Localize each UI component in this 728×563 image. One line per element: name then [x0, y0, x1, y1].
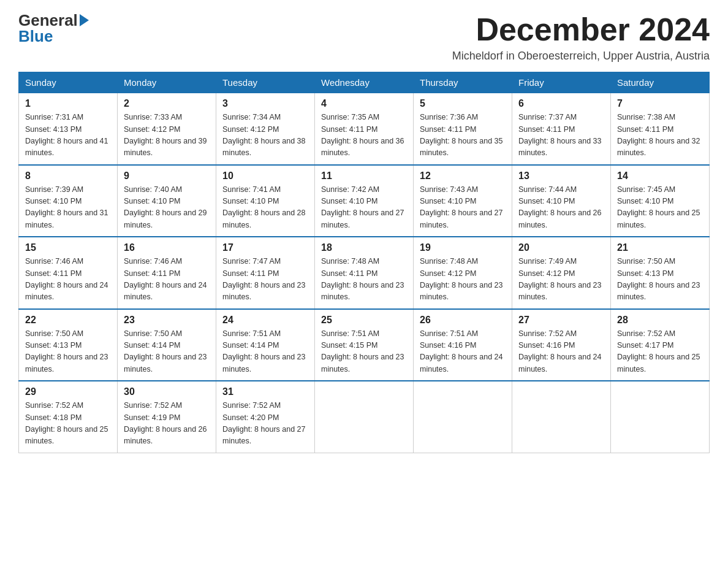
- day-info: Sunrise: 7:41 AMSunset: 4:10 PMDaylight:…: [222, 184, 308, 232]
- calendar-cell: 11Sunrise: 7:42 AMSunset: 4:10 PMDayligh…: [315, 165, 414, 237]
- day-info: Sunrise: 7:52 AMSunset: 4:16 PMDaylight:…: [518, 328, 604, 376]
- calendar-cell: 15Sunrise: 7:46 AMSunset: 4:11 PMDayligh…: [19, 237, 118, 309]
- weekday-header-monday: Monday: [118, 72, 216, 93]
- calendar-cell: 6Sunrise: 7:37 AMSunset: 4:11 PMDaylight…: [512, 93, 611, 165]
- day-number: 11: [321, 170, 407, 182]
- calendar-cell: 17Sunrise: 7:47 AMSunset: 4:11 PMDayligh…: [216, 237, 315, 309]
- calendar-week-row: 22Sunrise: 7:50 AMSunset: 4:13 PMDayligh…: [19, 309, 710, 381]
- day-number: 1: [25, 98, 111, 109]
- calendar-cell: 29Sunrise: 7:52 AMSunset: 4:18 PMDayligh…: [19, 381, 118, 453]
- calendar-cell: 24Sunrise: 7:51 AMSunset: 4:14 PMDayligh…: [216, 309, 315, 381]
- day-number: 29: [25, 386, 111, 397]
- day-info: Sunrise: 7:50 AMSunset: 4:13 PMDaylight:…: [617, 256, 703, 304]
- day-info: Sunrise: 7:33 AMSunset: 4:12 PMDaylight:…: [124, 112, 210, 159]
- calendar-cell: 5Sunrise: 7:36 AMSunset: 4:11 PMDaylight…: [414, 93, 512, 165]
- calendar-cell: 3Sunrise: 7:34 AMSunset: 4:12 PMDaylight…: [216, 93, 315, 165]
- calendar-cell: 28Sunrise: 7:52 AMSunset: 4:17 PMDayligh…: [611, 309, 710, 381]
- day-info: Sunrise: 7:52 AMSunset: 4:20 PMDaylight:…: [222, 400, 308, 448]
- calendar-week-row: 1Sunrise: 7:31 AMSunset: 4:13 PMDaylight…: [19, 93, 710, 165]
- day-info: Sunrise: 7:51 AMSunset: 4:15 PMDaylight:…: [321, 328, 407, 376]
- calendar-cell: 13Sunrise: 7:44 AMSunset: 4:10 PMDayligh…: [512, 165, 611, 237]
- weekday-header-row: SundayMondayTuesdayWednesdayThursdayFrid…: [19, 72, 710, 93]
- calendar-cell: 4Sunrise: 7:35 AMSunset: 4:11 PMDaylight…: [315, 93, 414, 165]
- day-number: 20: [518, 242, 604, 253]
- logo-general-text: General: [18, 12, 78, 28]
- day-info: Sunrise: 7:50 AMSunset: 4:14 PMDaylight:…: [124, 328, 210, 376]
- calendar-week-row: 8Sunrise: 7:39 AMSunset: 4:10 PMDaylight…: [19, 165, 710, 237]
- day-number: 16: [124, 242, 210, 253]
- calendar-cell: [512, 381, 611, 453]
- day-number: 14: [617, 170, 703, 182]
- calendar-cell: 14Sunrise: 7:45 AMSunset: 4:10 PMDayligh…: [611, 165, 710, 237]
- day-info: Sunrise: 7:39 AMSunset: 4:10 PMDaylight:…: [25, 184, 111, 232]
- day-info: Sunrise: 7:36 AMSunset: 4:11 PMDaylight:…: [420, 112, 506, 159]
- calendar-table: SundayMondayTuesdayWednesdayThursdayFrid…: [18, 72, 710, 453]
- calendar-cell: 26Sunrise: 7:51 AMSunset: 4:16 PMDayligh…: [414, 309, 512, 381]
- day-info: Sunrise: 7:49 AMSunset: 4:12 PMDaylight:…: [518, 256, 604, 304]
- calendar-cell: 22Sunrise: 7:50 AMSunset: 4:13 PMDayligh…: [19, 309, 118, 381]
- day-number: 28: [617, 315, 703, 326]
- day-info: Sunrise: 7:52 AMSunset: 4:19 PMDaylight:…: [124, 400, 210, 448]
- day-number: 12: [420, 170, 506, 182]
- logo: General Blue: [18, 12, 89, 44]
- day-number: 19: [420, 242, 506, 253]
- day-number: 23: [124, 315, 210, 326]
- day-number: 3: [222, 98, 308, 109]
- day-number: 30: [124, 386, 210, 397]
- chevron-right-icon: [80, 14, 89, 26]
- calendar-cell: 7Sunrise: 7:38 AMSunset: 4:11 PMDaylight…: [611, 93, 710, 165]
- day-number: 15: [25, 242, 111, 253]
- day-number: 22: [25, 315, 111, 326]
- day-info: Sunrise: 7:46 AMSunset: 4:11 PMDaylight:…: [25, 256, 111, 304]
- weekday-header-saturday: Saturday: [611, 72, 710, 93]
- day-number: 17: [222, 242, 308, 253]
- day-info: Sunrise: 7:46 AMSunset: 4:11 PMDaylight:…: [124, 256, 210, 304]
- day-info: Sunrise: 7:48 AMSunset: 4:12 PMDaylight:…: [420, 256, 506, 304]
- calendar-cell: 27Sunrise: 7:52 AMSunset: 4:16 PMDayligh…: [512, 309, 611, 381]
- calendar-cell: 10Sunrise: 7:41 AMSunset: 4:10 PMDayligh…: [216, 165, 315, 237]
- title-area: December 2024 Micheldorf in Oberoesterre…: [452, 12, 710, 63]
- day-info: Sunrise: 7:31 AMSunset: 4:13 PMDaylight:…: [25, 112, 111, 159]
- day-info: Sunrise: 7:42 AMSunset: 4:10 PMDaylight:…: [321, 184, 407, 232]
- day-info: Sunrise: 7:44 AMSunset: 4:10 PMDaylight:…: [518, 184, 604, 232]
- calendar-cell: 25Sunrise: 7:51 AMSunset: 4:15 PMDayligh…: [315, 309, 414, 381]
- day-info: Sunrise: 7:37 AMSunset: 4:11 PMDaylight:…: [518, 112, 604, 159]
- day-number: 21: [617, 242, 703, 253]
- calendar-week-row: 29Sunrise: 7:52 AMSunset: 4:18 PMDayligh…: [19, 381, 710, 453]
- calendar-cell: 19Sunrise: 7:48 AMSunset: 4:12 PMDayligh…: [414, 237, 512, 309]
- weekday-header-friday: Friday: [512, 72, 611, 93]
- month-year-title: December 2024: [452, 12, 710, 47]
- day-info: Sunrise: 7:52 AMSunset: 4:17 PMDaylight:…: [617, 328, 703, 376]
- day-info: Sunrise: 7:35 AMSunset: 4:11 PMDaylight:…: [321, 112, 407, 159]
- day-number: 27: [518, 315, 604, 326]
- day-number: 13: [518, 170, 604, 182]
- day-number: 8: [25, 170, 111, 182]
- calendar-cell: [611, 381, 710, 453]
- day-number: 7: [617, 98, 703, 109]
- location-subtitle: Micheldorf in Oberoesterreich, Upper Aus…: [452, 50, 710, 63]
- day-number: 24: [222, 315, 308, 326]
- day-info: Sunrise: 7:50 AMSunset: 4:13 PMDaylight:…: [25, 328, 111, 376]
- calendar-cell: 31Sunrise: 7:52 AMSunset: 4:20 PMDayligh…: [216, 381, 315, 453]
- calendar-cell: 20Sunrise: 7:49 AMSunset: 4:12 PMDayligh…: [512, 237, 611, 309]
- weekday-header-wednesday: Wednesday: [315, 72, 414, 93]
- calendar-cell: [414, 381, 512, 453]
- day-number: 25: [321, 315, 407, 326]
- day-info: Sunrise: 7:48 AMSunset: 4:11 PMDaylight:…: [321, 256, 407, 304]
- weekday-header-sunday: Sunday: [19, 72, 118, 93]
- day-info: Sunrise: 7:38 AMSunset: 4:11 PMDaylight:…: [617, 112, 703, 159]
- calendar-cell: [315, 381, 414, 453]
- day-number: 26: [420, 315, 506, 326]
- day-number: 10: [222, 170, 308, 182]
- calendar-week-row: 15Sunrise: 7:46 AMSunset: 4:11 PMDayligh…: [19, 237, 710, 309]
- day-info: Sunrise: 7:52 AMSunset: 4:18 PMDaylight:…: [25, 400, 111, 448]
- day-number: 31: [222, 386, 308, 397]
- day-number: 2: [124, 98, 210, 109]
- day-info: Sunrise: 7:40 AMSunset: 4:10 PMDaylight:…: [124, 184, 210, 232]
- calendar-cell: 16Sunrise: 7:46 AMSunset: 4:11 PMDayligh…: [118, 237, 216, 309]
- day-number: 18: [321, 242, 407, 253]
- day-info: Sunrise: 7:34 AMSunset: 4:12 PMDaylight:…: [222, 112, 308, 159]
- logo-blue-text: Blue: [18, 28, 89, 44]
- day-number: 9: [124, 170, 210, 182]
- page-header: General Blue December 2024 Micheldorf in…: [18, 12, 710, 63]
